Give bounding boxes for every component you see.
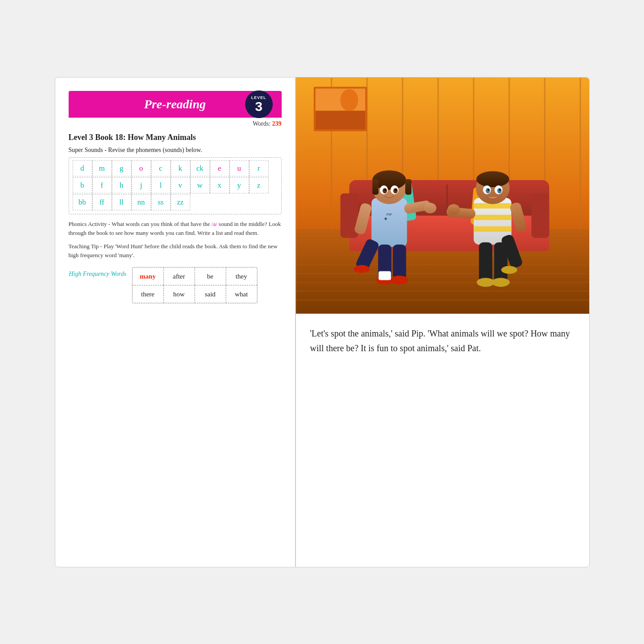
hfw-row: manyafterbethey xyxy=(132,267,257,285)
right-page: ★ PIP xyxy=(295,77,590,567)
hfw-cell: be xyxy=(195,267,226,285)
svg-rect-26 xyxy=(531,193,549,238)
phoneme-cell: j xyxy=(131,177,151,193)
svg-rect-55 xyxy=(473,226,511,231)
book-title: Level 3 Book 18: How Many Animals xyxy=(69,133,282,142)
hfw-cell: they xyxy=(226,267,257,285)
svg-rect-36 xyxy=(405,179,411,195)
svg-rect-44 xyxy=(393,244,406,280)
svg-point-39 xyxy=(382,188,387,193)
phoneme-row: bfhjlvwxyz xyxy=(73,177,278,193)
svg-point-66 xyxy=(487,189,489,191)
hfw-cell: how xyxy=(164,285,195,303)
phoneme-cell: g xyxy=(112,160,131,176)
svg-point-67 xyxy=(499,189,500,191)
svg-point-41 xyxy=(384,189,386,191)
phoneme-cell: b xyxy=(73,177,92,193)
phoneme-cell: e xyxy=(210,160,230,176)
svg-point-71 xyxy=(492,278,509,287)
svg-rect-54 xyxy=(473,214,511,220)
phoneme-row: bbffllnnsszz xyxy=(73,194,278,210)
svg-rect-30 xyxy=(371,197,407,246)
words-count: 239 xyxy=(272,120,282,127)
hfw-cell: many xyxy=(132,267,164,285)
hfw-cell: there xyxy=(132,285,164,303)
header-bar: Pre-reading LEVEL 3 xyxy=(69,91,282,118)
level-number: 3 xyxy=(255,100,263,113)
phonics-activity-text: Phonics Activity - What words can you th… xyxy=(69,220,282,238)
phoneme-cell: x xyxy=(210,177,230,193)
phoneme-cell: o xyxy=(131,160,151,176)
book-spread: Pre-reading LEVEL 3 Words: 239 Level 3 B… xyxy=(55,77,590,567)
phoneme-cell: ck xyxy=(190,160,210,176)
svg-point-65 xyxy=(497,188,501,193)
teaching-tip: Teaching Tip - Play 'Word Hunt' before t… xyxy=(69,242,282,260)
hfw-section: High Frequency Words manyafterbetheyther… xyxy=(69,267,282,304)
phoneme-cell: z xyxy=(249,177,269,193)
hfw-label: High Frequency Words xyxy=(69,271,127,278)
hfw-cell: what xyxy=(226,285,257,303)
phoneme-cell: u xyxy=(230,160,249,176)
left-page: Pre-reading LEVEL 3 Words: 239 Level 3 B… xyxy=(55,77,295,567)
svg-text:★: ★ xyxy=(383,216,387,221)
svg-point-73 xyxy=(501,266,517,274)
phoneme-cell: h xyxy=(112,177,131,193)
illustration: ★ PIP xyxy=(296,78,589,314)
phoneme-cell: r xyxy=(249,160,269,176)
hfw-grid: manyafterbetheytherehowsaidwhat xyxy=(132,267,258,304)
phoneme-cell: m xyxy=(92,160,112,176)
phoneme-cell: d xyxy=(73,160,92,176)
phoneme-cell: f xyxy=(92,177,112,193)
phoneme-cell: y xyxy=(230,177,249,193)
phoneme-cell: bb xyxy=(73,194,92,210)
phoneme-cell: zz xyxy=(171,194,190,210)
header-title: Pre-reading xyxy=(144,97,205,111)
phoneme-cell: w xyxy=(190,177,210,193)
phoneme-cell: ff xyxy=(92,194,112,210)
phoneme-cell: v xyxy=(171,177,190,193)
svg-point-42 xyxy=(395,189,397,191)
svg-text:PIP: PIP xyxy=(386,212,392,216)
words-line: Words: 239 xyxy=(69,120,282,127)
svg-rect-47 xyxy=(378,271,391,280)
hfw-cell: after xyxy=(164,267,195,285)
svg-rect-68 xyxy=(479,242,492,282)
phoneme-cell: k xyxy=(171,160,190,176)
svg-point-13 xyxy=(340,89,358,111)
phoneme-cell: ll xyxy=(112,194,131,210)
phoneme-row: dmgockckeur xyxy=(73,160,278,176)
svg-point-64 xyxy=(485,188,490,193)
phoneme-cell: l xyxy=(151,177,171,193)
super-sounds-label: Super Sounds - Revise the phonemes (soun… xyxy=(69,147,282,154)
svg-point-40 xyxy=(393,188,398,193)
words-label: Words: xyxy=(253,120,271,127)
level-badge: LEVEL 3 xyxy=(245,90,273,118)
phoneme-cell: c xyxy=(151,160,171,176)
hfw-row: therehowsaidwhat xyxy=(132,285,257,303)
phoneme-grid: dmgockckeurbfhjlvwxyzbbffllnnsszz xyxy=(69,157,282,214)
story-text: 'Let's spot the animals,' said Pip. 'Wha… xyxy=(296,314,589,567)
phoneme-cell: nn xyxy=(131,194,151,210)
svg-rect-35 xyxy=(372,179,378,195)
svg-point-61 xyxy=(476,171,509,187)
hfw-cell: said xyxy=(195,285,226,303)
svg-point-49 xyxy=(353,265,369,273)
phoneme-cell: ss xyxy=(151,194,171,210)
svg-point-58 xyxy=(447,204,459,214)
svg-rect-12 xyxy=(315,111,365,129)
svg-point-59 xyxy=(424,202,436,213)
phonics-highlight: /a/ xyxy=(212,221,217,227)
svg-point-46 xyxy=(390,275,408,284)
